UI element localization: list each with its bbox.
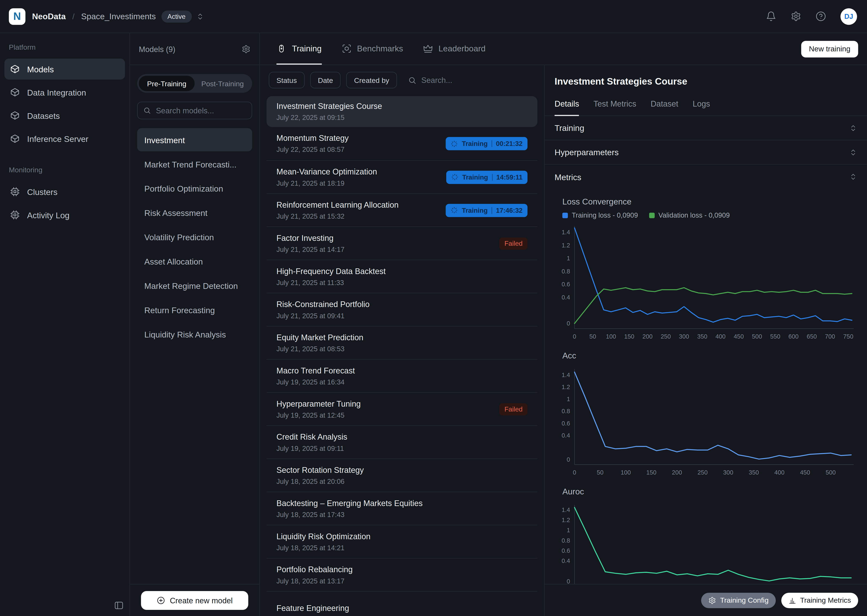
toggle-segment[interactable]: Pre-Training <box>139 76 195 91</box>
loss-convergence-chart: 1.41.210.80.60.4005010015020025030035040… <box>555 223 858 343</box>
project-switcher-chevrons-icon[interactable] <box>196 13 204 20</box>
svg-text:0.6: 0.6 <box>561 420 570 427</box>
sidebar-item-label: Datasets <box>27 111 60 120</box>
avatar[interactable]: DJ <box>840 8 857 25</box>
run-date: July 21, 2025 at 14:17 <box>276 245 344 253</box>
collapsible-section-row[interactable]: Training <box>545 116 867 140</box>
runs-tab-bar: Training Benchmarks Leaderboard New trai… <box>260 33 867 65</box>
model-list-item[interactable]: Liquidity Risk Analysis <box>137 323 252 346</box>
svg-text:550: 550 <box>770 333 780 340</box>
svg-text:500: 500 <box>826 469 835 476</box>
runs-search-placeholder: Search... <box>421 76 452 85</box>
breadcrumb-project[interactable]: Space_Investiments <box>81 12 156 21</box>
svg-text:350: 350 <box>749 469 759 476</box>
training-run-row[interactable]: Investment Strategies Course July 22, 20… <box>266 96 538 127</box>
model-list-item[interactable]: Market Trend Forecasti... <box>137 152 252 176</box>
leaderboard-crown-icon <box>423 43 433 53</box>
failed-status-badge: Failed <box>500 237 528 249</box>
svg-text:250: 250 <box>697 469 708 476</box>
runs-search-input[interactable]: Search... <box>408 76 452 85</box>
help-icon[interactable] <box>815 11 826 22</box>
toggle-segment[interactable]: Post-Training <box>195 76 251 91</box>
create-new-model-button[interactable]: Create new model <box>141 591 248 610</box>
details-tab[interactable]: Details <box>555 95 579 116</box>
details-tab[interactable]: Test Metrics <box>594 95 636 116</box>
details-sections: Training Hyperparameters Met <box>545 116 867 189</box>
model-list-item[interactable]: Volatility Prediction <box>137 225 252 249</box>
training-run-row[interactable]: Backtesting – Emerging Markets Equities … <box>266 492 538 525</box>
svg-text:150: 150 <box>646 469 656 476</box>
gear-icon[interactable] <box>791 11 801 22</box>
run-date: July 21, 2025 at 09:41 <box>276 312 370 320</box>
new-training-button[interactable]: New training <box>801 41 858 57</box>
filter-pill[interactable]: Date <box>310 72 341 88</box>
svg-text:0: 0 <box>573 469 576 476</box>
run-date: July 22, 2025 at 08:57 <box>276 146 348 154</box>
training-config-button[interactable]: Training Config <box>701 592 776 608</box>
training-run-row[interactable]: Hyperparameter Tuning July 19, 2025 at 1… <box>266 392 538 426</box>
details-tab-bar: Details Test Metrics Dataset Logs <box>545 95 867 116</box>
section-label: Training <box>555 123 584 133</box>
neodata-logo-icon[interactable]: N <box>9 8 25 25</box>
model-list-item[interactable]: Investment <box>137 128 252 151</box>
model-list-item[interactable]: Asset Allocation <box>137 250 252 273</box>
training-run-row[interactable]: Macro Trend Forecast July 19, 2025 at 16… <box>266 359 538 392</box>
bell-icon[interactable] <box>766 11 776 22</box>
collapsible-section-row[interactable]: Hyperparameters <box>545 140 867 165</box>
training-metrics-button[interactable]: Training Metrics <box>781 592 858 608</box>
tab-leaderboard[interactable]: Leaderboard <box>423 33 486 65</box>
training-run-row[interactable]: Sector Rotation Strategy July 18, 2025 a… <box>266 459 538 492</box>
training-run-row[interactable]: High-Frequency Data Backtest July 21, 20… <box>266 260 538 293</box>
filter-pill[interactable]: Status <box>269 72 304 88</box>
sidebar-item[interactable]: Models <box>5 58 125 80</box>
model-list-item[interactable]: Portfolio Optimization <box>137 177 252 200</box>
training-run-row[interactable]: Feature Engineering <box>266 591 538 616</box>
sidebar-item-icon <box>10 87 20 97</box>
details-footer: Training Config Training Metrics <box>545 584 867 616</box>
training-runs-panel: StatusDateCreated by Search... Investmen… <box>260 65 545 616</box>
training-run-row[interactable]: Risk-Constrained Portfolio July 21, 2025… <box>266 293 538 326</box>
expand-chevrons-icon <box>849 173 857 181</box>
failed-status-badge: Failed <box>500 403 528 415</box>
filter-pill[interactable]: Created by <box>346 72 397 88</box>
models-settings-gear-icon[interactable] <box>242 44 251 53</box>
loss-chart-title: Loss Convergence <box>563 196 858 206</box>
model-list-item[interactable]: Market Regime Detection <box>137 274 252 297</box>
details-tab[interactable]: Dataset <box>651 95 678 116</box>
svg-text:350: 350 <box>697 333 708 340</box>
details-tab[interactable]: Logs <box>693 95 710 116</box>
svg-text:1: 1 <box>567 527 570 534</box>
tab-benchmarks[interactable]: Benchmarks <box>341 33 403 65</box>
training-run-row[interactable]: Factor Investing July 21, 2025 at 14:17 … <box>266 226 538 260</box>
sidebar-item[interactable]: Datasets <box>5 105 125 126</box>
training-run-row[interactable]: Credit Risk Analysis July 19, 2025 at 09… <box>266 425 538 459</box>
model-list-item[interactable]: Risk Assessment <box>137 201 252 225</box>
svg-text:200: 200 <box>642 333 653 340</box>
training-run-row[interactable]: Momentum Strategy July 22, 2025 at 08:57… <box>266 127 538 160</box>
svg-text:0.4: 0.4 <box>561 294 570 301</box>
training-run-row[interactable]: Reinforcement Learning Allocation July 2… <box>266 193 538 226</box>
svg-text:0.8: 0.8 <box>561 268 570 275</box>
training-run-row[interactable]: Portfolio Rebalancing July 18, 2025 at 1… <box>266 558 538 591</box>
run-date: July 18, 2025 at 17:43 <box>276 511 423 519</box>
sidebar-item[interactable]: Activity Log <box>5 204 125 225</box>
collapsible-section-row[interactable]: Metrics <box>545 165 867 189</box>
sidebar-item[interactable]: Clusters <box>5 181 125 202</box>
training-run-row[interactable]: Mean-Variance Optimization July 21, 2025… <box>266 160 538 193</box>
sidebar-item-icon <box>10 134 20 144</box>
tab-training[interactable]: Training <box>276 33 322 65</box>
spinner-icon <box>451 140 458 147</box>
sidebar-item[interactable]: Inference Server <box>5 128 125 149</box>
run-title: Backtesting – Emerging Markets Equities <box>276 499 423 508</box>
run-title: Investment Strategies Course <box>276 102 382 111</box>
run-title: Macro Trend Forecast <box>276 366 355 375</box>
models-search-input[interactable]: Search models... <box>137 102 252 119</box>
loss-chart-legend: Training loss - 0,0909 Validation loss -… <box>563 212 858 219</box>
training-run-row[interactable]: Liquidity Risk Optimization July 18, 202… <box>266 525 538 558</box>
collapse-sidebar-icon[interactable] <box>114 600 124 611</box>
svg-text:0: 0 <box>573 333 576 340</box>
svg-text:100: 100 <box>606 333 616 340</box>
training-run-row[interactable]: Equity Market Prediction July 21, 2025 a… <box>266 326 538 359</box>
sidebar-item[interactable]: Data Integration <box>5 82 125 103</box>
model-list-item[interactable]: Return Forecasting <box>137 299 252 322</box>
